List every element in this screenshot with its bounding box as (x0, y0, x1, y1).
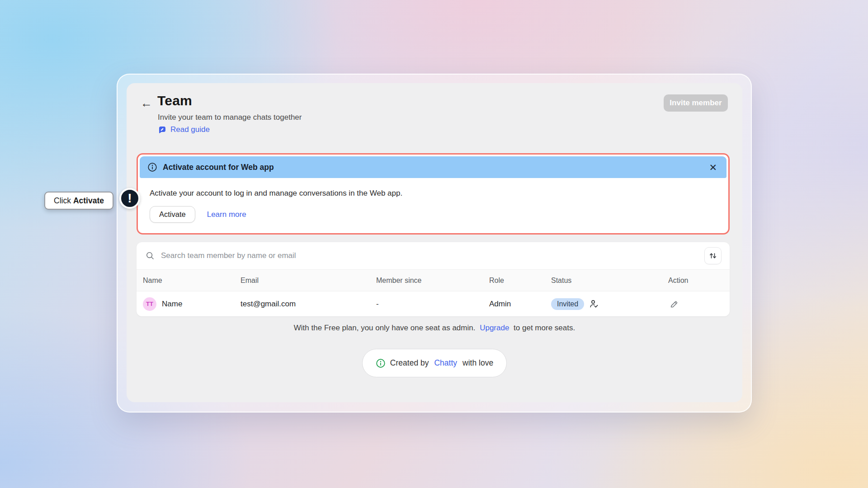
banner-message: Activate your account to log in and mana… (150, 189, 717, 198)
read-guide-link[interactable]: Read guide (158, 125, 210, 134)
column-header-action: Action (668, 277, 730, 285)
member-role: Admin (489, 300, 551, 309)
person-check-icon (589, 299, 599, 310)
tooltip-text-bold: Activate (73, 196, 104, 206)
search-bar (137, 242, 730, 269)
member-name: Name (162, 300, 182, 309)
search-icon (146, 251, 155, 260)
column-header-role: Role (489, 277, 551, 285)
seat-note-text-before: With the Free plan, you only have one se… (294, 324, 476, 332)
click-activate-tooltip: Click Activate (44, 192, 113, 210)
up-down-arrows-icon (708, 251, 717, 260)
team-table-card: Name Email Member since Role Status Acti… (137, 242, 730, 316)
activate-button[interactable]: Activate (150, 206, 195, 223)
guide-note-icon (158, 125, 167, 134)
banner-title: Activate account for Web app (163, 163, 274, 172)
member-name-cell: TT Name (143, 297, 241, 311)
back-button[interactable]: ← (139, 95, 154, 111)
page-subtitle: Invite your team to manage chats togethe… (158, 113, 302, 122)
column-header-member-since: Member since (376, 277, 489, 285)
exclamation-badge-icon: ! (119, 188, 140, 209)
info-circle-icon-green (376, 358, 386, 368)
column-header-name: Name (143, 277, 241, 285)
close-icon[interactable]: ✕ (707, 162, 719, 173)
info-circle-icon (147, 162, 157, 172)
read-guide-label: Read guide (170, 125, 210, 134)
back-arrow-icon: ← (141, 96, 152, 110)
search-input[interactable] (161, 251, 704, 260)
seat-limit-note: With the Free plan, you only have one se… (127, 324, 742, 333)
sort-button[interactable] (704, 247, 722, 264)
member-since-value: - (376, 300, 489, 309)
pencil-icon (669, 299, 679, 309)
column-header-email: Email (241, 277, 376, 285)
brand-link[interactable]: Chatty (434, 358, 457, 368)
member-email: test@gmail.com (241, 300, 376, 309)
seat-note-text-after: to get more seats. (514, 324, 575, 332)
learn-more-link[interactable]: Learn more (207, 210, 246, 219)
created-by-text-before: Created by (390, 358, 429, 368)
avatar: TT (143, 297, 156, 311)
table-row: TT Name test@gmail.com - Admin Invited (137, 291, 730, 316)
banner-body: Activate your account to log in and mana… (140, 178, 726, 223)
table-header-row: Name Email Member since Role Status Acti… (137, 269, 730, 291)
resend-invite-button[interactable] (589, 299, 599, 310)
page-title: Team (157, 93, 192, 108)
created-by-text-after: with love (462, 358, 493, 368)
tooltip-text: Click (54, 196, 71, 206)
upgrade-link[interactable]: Upgrade (480, 324, 509, 332)
banner-actions: Activate Learn more (150, 206, 717, 223)
member-status-cell: Invited (551, 298, 668, 310)
exclamation-glyph: ! (127, 191, 132, 206)
created-by-pill: Created by Chatty with love (362, 349, 507, 377)
page-background: ← Team Invite your team to manage chats … (0, 0, 868, 488)
activation-banner-header: Activate account for Web app ✕ (140, 156, 726, 178)
team-panel: ← Team Invite your team to manage chats … (127, 83, 742, 402)
activation-banner: Activate account for Web app ✕ Activate … (137, 153, 730, 235)
member-action-cell (668, 299, 730, 309)
edit-member-button[interactable] (669, 299, 679, 309)
status-badge: Invited (551, 298, 584, 310)
column-header-status: Status (551, 277, 668, 285)
invite-member-button[interactable]: Invite member (664, 94, 728, 112)
